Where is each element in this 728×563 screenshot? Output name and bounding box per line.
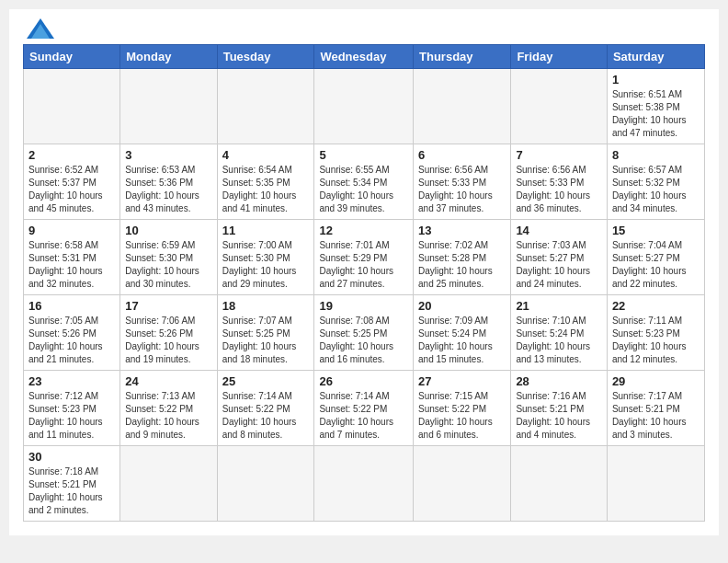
day-info: Sunrise: 7:14 AM Sunset: 5:22 PM Dayligh… [222, 390, 310, 442]
day-info: Sunrise: 7:17 AM Sunset: 5:21 PM Dayligh… [612, 390, 700, 442]
day-info: Sunrise: 7:07 AM Sunset: 5:25 PM Dayligh… [222, 315, 310, 366]
calendar-cell: 6Sunrise: 6:56 AM Sunset: 5:33 PM Daylig… [414, 144, 511, 220]
calendar-cell: 8Sunrise: 6:57 AM Sunset: 5:32 PM Daylig… [607, 144, 704, 220]
calendar-cell: 16Sunrise: 7:05 AM Sunset: 5:26 PM Dayli… [24, 295, 120, 371]
calendar-week-3: 9Sunrise: 6:58 AM Sunset: 5:31 PM Daylig… [24, 220, 705, 295]
calendar-cell: 28Sunrise: 7:16 AM Sunset: 5:21 PM Dayli… [511, 371, 608, 446]
day-info: Sunrise: 7:01 AM Sunset: 5:29 PM Dayligh… [319, 239, 408, 291]
day-number: 15 [612, 224, 700, 237]
day-number: 23 [28, 374, 115, 388]
calendar-cell: 18Sunrise: 7:07 AM Sunset: 5:25 PM Dayli… [217, 295, 314, 371]
day-info: Sunrise: 6:56 AM Sunset: 5:33 PM Dayligh… [516, 164, 602, 215]
calendar-cell: 9Sunrise: 6:58 AM Sunset: 5:31 PM Daylig… [24, 220, 120, 295]
calendar-cell [120, 69, 217, 144]
calendar-cell: 21Sunrise: 7:10 AM Sunset: 5:24 PM Dayli… [511, 295, 608, 371]
day-number: 7 [516, 148, 602, 162]
day-number: 24 [125, 374, 211, 388]
day-info: Sunrise: 7:15 AM Sunset: 5:22 PM Dayligh… [418, 390, 506, 442]
day-info: Sunrise: 7:16 AM Sunset: 5:21 PM Dayligh… [516, 390, 602, 442]
day-number: 26 [319, 374, 408, 388]
day-number: 25 [222, 374, 310, 388]
calendar-cell: 2Sunrise: 6:52 AM Sunset: 5:37 PM Daylig… [24, 144, 120, 220]
day-info: Sunrise: 6:54 AM Sunset: 5:35 PM Dayligh… [222, 164, 310, 215]
day-info: Sunrise: 7:05 AM Sunset: 5:26 PM Dayligh… [28, 315, 115, 366]
calendar-cell: 4Sunrise: 6:54 AM Sunset: 5:35 PM Daylig… [217, 144, 314, 220]
calendar-cell [217, 446, 314, 522]
day-info: Sunrise: 7:09 AM Sunset: 5:24 PM Dayligh… [418, 315, 506, 366]
day-number: 13 [418, 224, 506, 237]
day-number: 19 [319, 299, 408, 313]
day-info: Sunrise: 7:18 AM Sunset: 5:21 PM Dayligh… [28, 465, 115, 517]
day-number: 10 [125, 224, 211, 237]
calendar-cell: 17Sunrise: 7:06 AM Sunset: 5:26 PM Dayli… [120, 295, 217, 371]
calendar-cell: 1Sunrise: 6:51 AM Sunset: 5:38 PM Daylig… [607, 69, 704, 144]
calendar-cell [414, 446, 511, 522]
day-number: 18 [222, 299, 310, 313]
calendar-week-1: 1Sunrise: 6:51 AM Sunset: 5:38 PM Daylig… [24, 69, 705, 144]
day-info: Sunrise: 6:56 AM Sunset: 5:33 PM Dayligh… [418, 164, 506, 215]
weekday-header-tuesday: Tuesday [217, 45, 314, 69]
calendar-cell [314, 446, 414, 522]
day-info: Sunrise: 6:52 AM Sunset: 5:37 PM Dayligh… [28, 164, 115, 215]
day-number: 27 [418, 374, 506, 388]
calendar-week-6: 30Sunrise: 7:18 AM Sunset: 5:21 PM Dayli… [24, 446, 705, 522]
day-info: Sunrise: 7:06 AM Sunset: 5:26 PM Dayligh… [125, 315, 211, 366]
day-number: 17 [125, 299, 211, 313]
calendar-cell [607, 446, 704, 522]
day-info: Sunrise: 7:08 AM Sunset: 5:25 PM Dayligh… [319, 315, 408, 366]
day-info: Sunrise: 6:58 AM Sunset: 5:31 PM Dayligh… [28, 239, 115, 291]
day-info: Sunrise: 7:02 AM Sunset: 5:28 PM Dayligh… [418, 239, 506, 291]
calendar-cell: 23Sunrise: 7:12 AM Sunset: 5:23 PM Dayli… [24, 371, 120, 446]
calendar-cell: 7Sunrise: 6:56 AM Sunset: 5:33 PM Daylig… [511, 144, 608, 220]
calendar-week-5: 23Sunrise: 7:12 AM Sunset: 5:23 PM Dayli… [24, 371, 705, 446]
calendar-cell: 22Sunrise: 7:11 AM Sunset: 5:23 PM Dayli… [607, 295, 704, 371]
weekday-header-wednesday: Wednesday [314, 45, 414, 69]
day-number: 8 [612, 148, 700, 162]
day-number: 12 [319, 224, 408, 237]
logo-icon [27, 18, 54, 39]
calendar-cell [511, 69, 608, 144]
day-info: Sunrise: 7:03 AM Sunset: 5:27 PM Dayligh… [516, 239, 602, 291]
day-info: Sunrise: 6:55 AM Sunset: 5:34 PM Dayligh… [319, 164, 408, 215]
calendar-week-2: 2Sunrise: 6:52 AM Sunset: 5:37 PM Daylig… [24, 144, 705, 220]
calendar-cell: 15Sunrise: 7:04 AM Sunset: 5:27 PM Dayli… [607, 220, 704, 295]
day-number: 1 [612, 73, 700, 86]
calendar-cell: 3Sunrise: 6:53 AM Sunset: 5:36 PM Daylig… [120, 144, 217, 220]
logo-text [23, 18, 54, 39]
calendar-week-4: 16Sunrise: 7:05 AM Sunset: 5:26 PM Dayli… [24, 295, 705, 371]
day-number: 11 [222, 224, 310, 237]
day-info: Sunrise: 7:11 AM Sunset: 5:23 PM Dayligh… [612, 315, 700, 366]
day-number: 20 [418, 299, 506, 313]
day-number: 5 [319, 148, 408, 162]
day-number: 30 [28, 450, 115, 464]
day-number: 28 [516, 374, 602, 388]
day-number: 22 [612, 299, 700, 313]
day-info: Sunrise: 7:12 AM Sunset: 5:23 PM Dayligh… [28, 390, 115, 442]
calendar-cell: 14Sunrise: 7:03 AM Sunset: 5:27 PM Dayli… [511, 220, 608, 295]
day-number: 9 [28, 224, 115, 237]
calendar-cell: 12Sunrise: 7:01 AM Sunset: 5:29 PM Dayli… [314, 220, 414, 295]
calendar: SundayMondayTuesdayWednesdayThursdayFrid… [23, 44, 705, 522]
weekday-header-friday: Friday [511, 45, 608, 69]
day-number: 2 [28, 148, 115, 162]
day-info: Sunrise: 6:53 AM Sunset: 5:36 PM Dayligh… [125, 164, 211, 215]
calendar-cell [217, 69, 314, 144]
calendar-cell: 30Sunrise: 7:18 AM Sunset: 5:21 PM Dayli… [24, 446, 120, 522]
day-number: 21 [516, 299, 602, 313]
calendar-cell [120, 446, 217, 522]
day-info: Sunrise: 7:00 AM Sunset: 5:30 PM Dayligh… [222, 239, 310, 291]
calendar-cell: 25Sunrise: 7:14 AM Sunset: 5:22 PM Dayli… [217, 371, 314, 446]
weekday-header-saturday: Saturday [607, 45, 704, 69]
calendar-cell: 11Sunrise: 7:00 AM Sunset: 5:30 PM Dayli… [217, 220, 314, 295]
calendar-cell [314, 69, 414, 144]
page: SundayMondayTuesdayWednesdayThursdayFrid… [9, 9, 719, 535]
calendar-cell [511, 446, 608, 522]
weekday-header-sunday: Sunday [24, 45, 120, 69]
calendar-cell: 24Sunrise: 7:13 AM Sunset: 5:22 PM Dayli… [120, 371, 217, 446]
calendar-cell: 19Sunrise: 7:08 AM Sunset: 5:25 PM Dayli… [314, 295, 414, 371]
calendar-cell: 20Sunrise: 7:09 AM Sunset: 5:24 PM Dayli… [414, 295, 511, 371]
logo [23, 18, 54, 39]
weekday-header-thursday: Thursday [414, 45, 511, 69]
calendar-cell [24, 69, 120, 144]
day-info: Sunrise: 6:57 AM Sunset: 5:32 PM Dayligh… [612, 164, 700, 215]
